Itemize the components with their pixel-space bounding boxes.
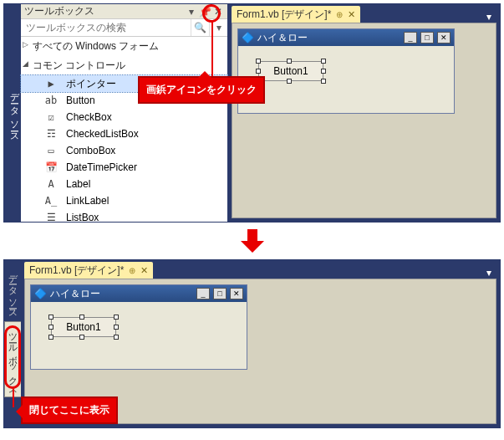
item-label: ListBox bbox=[66, 212, 99, 223]
ide-panel-before: データ ソース ツールボックス ▾ 📌 ✕ 🔍 ▾ すべての Windows フ… bbox=[3, 3, 501, 223]
item-label: CheckBox bbox=[66, 111, 112, 123]
listbox-icon: ☰ bbox=[44, 212, 58, 223]
toolbox-title: ツールボックス bbox=[24, 4, 182, 18]
tab-pin-icon[interactable]: ⊕ bbox=[129, 266, 135, 275]
resize-handle[interactable] bbox=[114, 315, 119, 320]
ide-panel-after: データ ソース ツールボックス Form1.vb [デザイン]* ⊕ ✕ ▾ 🔷… bbox=[3, 259, 501, 428]
resize-handle[interactable] bbox=[287, 59, 292, 64]
annotation-ring bbox=[4, 325, 21, 389]
designer-area: Form1.vb [デザイン]* ⊕ ✕ ▾ 🔷 ハイ＆ロー _ □ ✕ But… bbox=[228, 4, 500, 222]
resize-handle[interactable] bbox=[79, 335, 84, 340]
resize-handle[interactable] bbox=[321, 69, 326, 74]
combobox-icon: ▭ bbox=[44, 145, 58, 156]
tab-close-icon[interactable]: ✕ bbox=[140, 265, 148, 276]
winform-body[interactable]: Button1 bbox=[238, 46, 454, 113]
tabbar-dropdown-icon[interactable]: ▾ bbox=[483, 11, 495, 23]
minimize-icon[interactable]: _ bbox=[196, 288, 210, 299]
annotation-leader bbox=[211, 21, 213, 78]
checkbox-icon: ☑ bbox=[44, 111, 58, 123]
linklabel-icon: A̲ bbox=[44, 195, 58, 207]
item-label: Button bbox=[66, 95, 95, 106]
resize-handle[interactable] bbox=[256, 69, 261, 74]
toolbox-item-label[interactable]: ALabel bbox=[21, 176, 227, 192]
toolbox-header: ツールボックス ▾ 📌 ✕ bbox=[21, 4, 227, 19]
tab-label: Form1.vb [デザイン]* bbox=[237, 8, 331, 22]
tab-close-icon[interactable]: ✕ bbox=[348, 9, 355, 20]
checkedlistbox-icon: ☶ bbox=[44, 128, 58, 140]
resize-handle[interactable] bbox=[48, 335, 53, 340]
winform-title: ハイ＆ロー bbox=[257, 31, 400, 45]
tab-form1[interactable]: Form1.vb [デザイン]* ⊕ ✕ bbox=[232, 6, 360, 23]
winform-titlebar: 🔷 ハイ＆ロー _ □ ✕ bbox=[238, 29, 454, 46]
resize-handle[interactable] bbox=[287, 79, 292, 84]
toolbox-item-linklabel[interactable]: A̲LinkLabel bbox=[21, 192, 227, 209]
button-text: Button1 bbox=[273, 65, 308, 77]
item-label: ComboBox bbox=[66, 145, 115, 156]
winform-body[interactable]: Button1 bbox=[31, 302, 247, 369]
toolbox-item-checkedlistbox[interactable]: ☶CheckedListBox bbox=[21, 125, 227, 142]
search-input[interactable] bbox=[21, 19, 191, 36]
close-icon[interactable]: ✕ bbox=[437, 32, 451, 43]
datetimepicker-icon: 📅 bbox=[44, 161, 58, 173]
toolbox-search: 🔍 ▾ bbox=[21, 19, 227, 37]
resize-handle[interactable] bbox=[48, 315, 53, 320]
label-icon: A bbox=[44, 178, 58, 190]
resize-handle[interactable] bbox=[79, 315, 84, 320]
item-label: LinkLabel bbox=[66, 195, 109, 207]
button-text: Button1 bbox=[66, 321, 100, 333]
maximize-icon[interactable]: □ bbox=[213, 288, 227, 299]
winform-title: ハイ＆ロー bbox=[50, 287, 193, 301]
annotation-ring bbox=[202, 4, 221, 23]
side-strip-datasource[interactable]: データ ソース bbox=[4, 4, 21, 222]
toolbox-item-checkbox[interactable]: ☑CheckBox bbox=[21, 109, 227, 125]
tab-form1[interactable]: Form1.vb [デザイン]* ⊕ ✕ bbox=[24, 262, 153, 279]
minimize-icon[interactable]: _ bbox=[404, 32, 417, 43]
winform: 🔷 ハイ＆ロー _ □ ✕ Button1 bbox=[237, 28, 455, 114]
design-canvas[interactable]: 🔷 ハイ＆ロー _ □ ✕ Button1 bbox=[232, 23, 496, 218]
resize-handle[interactable] bbox=[321, 79, 326, 84]
button-icon: ab bbox=[44, 95, 58, 106]
annotation-callout-pin: 画鋲アイコンをクリック bbox=[138, 76, 265, 104]
winform: 🔷 ハイ＆ロー _ □ ✕ Button1 bbox=[30, 284, 247, 370]
item-label: DateTimePicker bbox=[66, 161, 137, 173]
close-icon[interactable]: ✕ bbox=[230, 288, 243, 299]
down-arrow-icon bbox=[239, 228, 266, 254]
document-tabbar: Form1.vb [デザイン]* ⊕ ✕ ▾ bbox=[21, 260, 500, 279]
annotation-callout-collapsed: 閉じてここに表示 bbox=[21, 397, 118, 424]
item-label: Label bbox=[66, 178, 90, 190]
resize-handle[interactable] bbox=[114, 325, 119, 330]
app-icon: 🔷 bbox=[242, 32, 254, 43]
winform-titlebar: 🔷 ハイ＆ロー _ □ ✕ bbox=[31, 285, 247, 302]
tab-pin-icon[interactable]: ⊕ bbox=[336, 10, 343, 19]
tabbar-dropdown-icon[interactable]: ▾ bbox=[483, 267, 495, 279]
toolbox-category[interactable]: コモン コントロール bbox=[21, 56, 227, 75]
toolbox-item-listbox[interactable]: ☰ListBox bbox=[21, 209, 227, 226]
search-icon[interactable]: 🔍 bbox=[191, 19, 209, 36]
toolbox-pane: ツールボックス ▾ 📌 ✕ 🔍 ▾ すべての Windows フォーム コモン … bbox=[21, 4, 228, 222]
toolbox-item-datetimepicker[interactable]: 📅DateTimePicker bbox=[21, 159, 227, 176]
item-label: CheckedListBox bbox=[66, 128, 139, 140]
resize-handle[interactable] bbox=[321, 59, 326, 64]
collapsed-tab-datasource[interactable]: データ ソース bbox=[5, 263, 21, 320]
tab-label: Form1.vb [デザイン]* bbox=[29, 263, 124, 278]
toolbox-item-combobox[interactable]: ▭ComboBox bbox=[21, 142, 227, 159]
item-label: ポインター bbox=[66, 77, 116, 91]
app-icon: 🔷 bbox=[34, 288, 47, 299]
resize-handle[interactable] bbox=[114, 335, 119, 340]
maximize-icon[interactable]: □ bbox=[420, 32, 434, 43]
resize-handle[interactable] bbox=[256, 59, 261, 64]
resize-handle[interactable] bbox=[48, 325, 53, 330]
toolbox-menu-icon[interactable]: ▾ bbox=[186, 6, 197, 18]
pointer-icon: ▶ bbox=[44, 78, 58, 90]
toolbox-category[interactable]: すべての Windows フォーム bbox=[21, 37, 227, 56]
document-tabbar: Form1.vb [デザイン]* ⊕ ✕ ▾ bbox=[228, 4, 500, 23]
